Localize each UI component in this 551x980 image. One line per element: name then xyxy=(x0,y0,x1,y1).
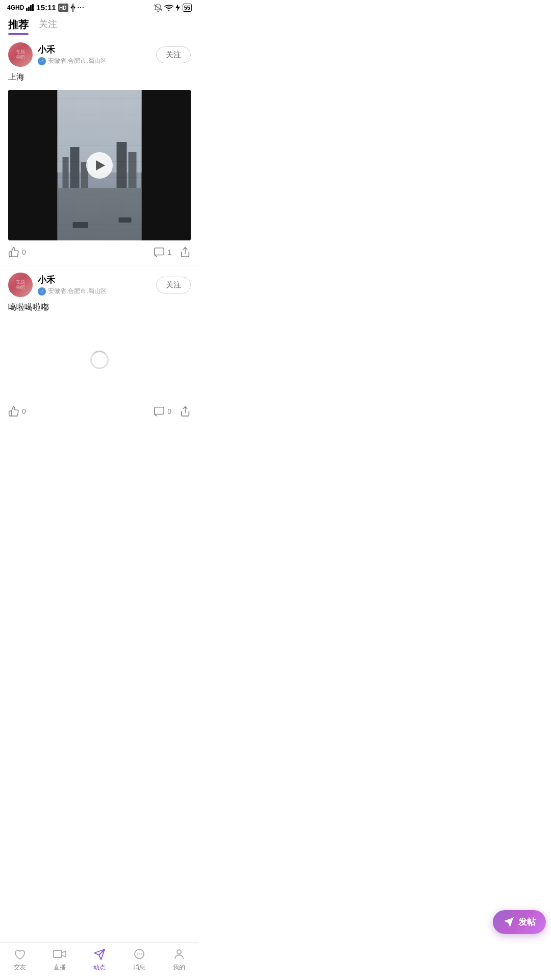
svg-point-11 xyxy=(168,10,169,11)
thumbs-up-icon-2 xyxy=(8,406,19,417)
status-bar: 4GHD 15:11 HD ··· xyxy=(0,0,199,14)
share-button-1[interactable] xyxy=(180,247,191,258)
like-count-1: 0 xyxy=(22,248,26,256)
gender-icon-2: ♂ xyxy=(38,287,46,296)
status-right: 55 xyxy=(154,4,192,12)
svg-point-8 xyxy=(70,7,72,8)
battery-indicator: 55 xyxy=(183,4,192,12)
loading-spinner xyxy=(8,320,191,400)
signal-text: 4GHD xyxy=(7,4,24,11)
notification-off-icon xyxy=(154,4,162,12)
svg-point-9 xyxy=(73,7,75,8)
svg-text:HD: HD xyxy=(59,5,66,11)
hd-icon: HD xyxy=(58,4,68,12)
wifi-icon xyxy=(164,4,173,11)
spinner-animation xyxy=(90,351,109,369)
post-card-2: 在脱单吧 小禾 ♂ 安徽省,合肥市,蜀山区 关注 噶啦噶啦嘟 0 xyxy=(0,265,199,424)
time-display: 15:11 xyxy=(36,3,56,12)
action-right-2: 0 xyxy=(154,406,191,417)
tab-recommend[interactable]: 推荐 xyxy=(8,18,29,35)
user-info-2: 小禾 ♂ 安徽省,合肥市,蜀山区 xyxy=(38,274,107,296)
comment-icon-1 xyxy=(154,247,165,258)
svg-marker-12 xyxy=(176,4,180,11)
dots-icon: ··· xyxy=(78,4,85,11)
thumbs-up-icon-1 xyxy=(8,247,19,258)
action-bar-2: 0 0 xyxy=(8,400,191,424)
location-1: 安徽省,合肥市,蜀山区 xyxy=(48,57,107,65)
action-left-2: 0 xyxy=(8,406,26,417)
action-right-1: 1 xyxy=(154,247,191,258)
svg-rect-0 xyxy=(26,8,28,11)
svg-rect-1 xyxy=(28,7,30,11)
tab-follow[interactable]: 关注 xyxy=(39,18,57,35)
comment-count-1: 1 xyxy=(167,248,171,256)
status-left: 4GHD 15:11 HD ··· xyxy=(7,3,85,12)
video-player-1[interactable] xyxy=(8,90,191,240)
svg-rect-2 xyxy=(30,5,32,11)
svg-rect-3 xyxy=(32,4,34,11)
user-row-2: 在脱单吧 小禾 ♂ 安徽省,合肥市,蜀山区 关注 xyxy=(8,273,191,297)
username-1[interactable]: 小禾 xyxy=(38,44,107,56)
signal-bars-icon xyxy=(26,4,34,11)
svg-rect-13 xyxy=(155,248,164,255)
share-button-2[interactable] xyxy=(180,406,191,417)
user-left-2: 在脱单吧 小禾 ♂ 安徽省,合肥市,蜀山区 xyxy=(8,273,107,297)
action-left-1: 0 xyxy=(8,247,26,258)
comment-icon-2 xyxy=(154,406,165,417)
play-button[interactable] xyxy=(86,152,113,179)
user-info-1: 小禾 ♂ 安徽省,合肥市,蜀山区 xyxy=(38,44,107,65)
follow-btn-2[interactable]: 关注 xyxy=(156,277,191,293)
location-2: 安徽省,合肥市,蜀山区 xyxy=(48,287,107,296)
post-card-1: 在脱单吧 小禾 ♂ 安徽省,合肥市,蜀山区 关注 上海 xyxy=(0,35,199,265)
share-icon-1 xyxy=(180,247,191,258)
like-count-2: 0 xyxy=(22,407,26,415)
nav-tabs: 推荐 关注 xyxy=(0,14,199,35)
comment-button-1[interactable]: 1 xyxy=(154,247,171,258)
like-button-1[interactable]: 0 xyxy=(8,247,26,258)
post-text-2: 噶啦噶啦嘟 xyxy=(8,302,191,313)
svg-rect-16 xyxy=(155,407,164,414)
user-meta-1: ♂ 安徽省,合肥市,蜀山区 xyxy=(38,57,107,65)
action-bar-1: 0 1 xyxy=(8,240,191,265)
play-icon xyxy=(96,160,105,170)
user-left-1: 在脱单吧 小禾 ♂ 安徽省,合肥市,蜀山区 xyxy=(8,42,107,67)
like-button-2[interactable]: 0 xyxy=(8,406,26,417)
avatar-1[interactable]: 在脱单吧 xyxy=(8,42,33,67)
charging-icon xyxy=(176,4,181,11)
comment-button-2[interactable]: 0 xyxy=(154,406,171,417)
username-2[interactable]: 小禾 xyxy=(38,274,107,286)
comment-count-2: 0 xyxy=(167,407,171,415)
share-icon-2 xyxy=(180,406,191,417)
gender-icon-1: ♂ xyxy=(38,57,46,65)
user-row-1: 在脱单吧 小禾 ♂ 安徽省,合肥市,蜀山区 关注 xyxy=(8,42,191,67)
follow-btn-1[interactable]: 关注 xyxy=(156,46,191,63)
usb-icon xyxy=(70,4,76,12)
avatar-2[interactable]: 在脱单吧 xyxy=(8,273,33,297)
post-title-1: 上海 xyxy=(8,72,191,85)
user-meta-2: ♂ 安徽省,合肥市,蜀山区 xyxy=(38,287,107,296)
